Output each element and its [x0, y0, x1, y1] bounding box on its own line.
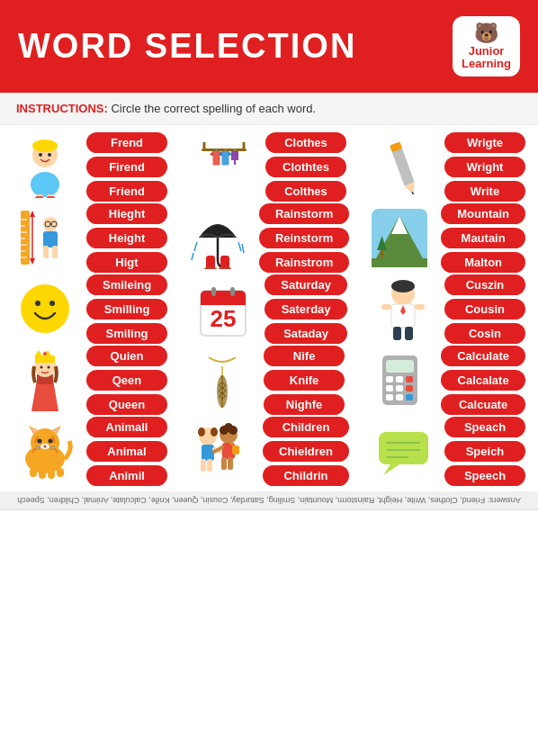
word-pill[interactable]: Firend: [86, 157, 167, 177]
word-pill[interactable]: Calcalate: [441, 370, 525, 391]
word-pill[interactable]: Clothes: [265, 132, 346, 153]
word-pill[interactable]: Saterday: [265, 299, 347, 320]
word-pill[interactable]: Mautain: [441, 228, 525, 248]
svg-rect-123: [232, 446, 239, 454]
word-pill[interactable]: Write: [444, 181, 525, 202]
svg-point-91: [31, 428, 59, 457]
smiley-svg: [19, 283, 71, 335]
svg-point-50: [35, 301, 40, 306]
group-calculate: Calculate Calcalate Calcuate: [363, 346, 529, 415]
queen-icon: [9, 348, 81, 411]
word-pill[interactable]: Malton: [441, 252, 525, 273]
necklace-icon: [186, 348, 258, 411]
word-pill[interactable]: Reinstorm: [259, 228, 349, 248]
word-pill[interactable]: Frend: [86, 132, 167, 153]
clothes-svg: [197, 138, 251, 196]
svg-rect-81: [386, 376, 393, 382]
word-pill[interactable]: Childrin: [263, 465, 349, 486]
instructions-text: Circle the correct spelling of each word…: [111, 102, 316, 115]
word-pill[interactable]: Rainstorm: [259, 203, 349, 224]
person-svg: [377, 277, 429, 340]
word-pill[interactable]: Quien: [86, 346, 167, 366]
word-pill[interactable]: Chieldren: [263, 441, 349, 462]
word-group-cousin: Cuszin Cousin Cosin: [444, 274, 525, 344]
word-pill[interactable]: Smileing: [86, 274, 167, 295]
word-pill[interactable]: Smilling: [86, 299, 167, 320]
word-pill[interactable]: Calcuate: [441, 394, 525, 415]
svg-rect-27: [52, 246, 58, 258]
word-pill[interactable]: Clothtes: [265, 157, 346, 177]
word-row-5: Animall Animal Animil: [9, 417, 529, 486]
word-pill[interactable]: Cousin: [444, 299, 525, 320]
svg-rect-107: [57, 468, 64, 477]
word-pill[interactable]: Height: [86, 228, 167, 248]
svg-point-75: [48, 366, 50, 369]
word-pill[interactable]: Rainstrom: [259, 252, 349, 273]
pencil-icon: [367, 135, 439, 198]
svg-rect-85: [396, 385, 403, 392]
word-pill[interactable]: Friend: [86, 181, 167, 202]
word-pill[interactable]: Knife: [264, 370, 345, 391]
word-pill[interactable]: Nighfe: [264, 394, 345, 415]
svg-point-99: [44, 446, 47, 448]
word-pill[interactable]: Cosin: [444, 323, 525, 344]
svg-point-51: [49, 301, 55, 306]
svg-point-4: [48, 153, 51, 157]
group-animal: Animall Animal Animil: [9, 417, 171, 486]
word-pill[interactable]: Calculate: [441, 346, 525, 366]
word-group-friend: Frend Firend Friend: [86, 132, 167, 202]
word-group-animal: Animall Animal Animil: [86, 417, 167, 486]
svg-rect-86: [406, 385, 413, 392]
svg-rect-82: [396, 376, 403, 382]
word-pill[interactable]: Wrigte: [444, 132, 525, 153]
svg-rect-110: [201, 459, 206, 472]
word-pill[interactable]: Animal: [86, 441, 167, 462]
page-title: WORD SELECTION: [18, 27, 356, 66]
word-pill[interactable]: Sataday: [265, 323, 347, 344]
word-pill[interactable]: Speech: [444, 465, 525, 486]
svg-rect-106: [48, 470, 55, 479]
word-pill[interactable]: Higt: [86, 252, 167, 273]
svg-point-119: [211, 428, 218, 436]
mountain-svg: [372, 209, 427, 267]
word-pill[interactable]: Nife: [264, 346, 345, 366]
svg-point-118: [198, 428, 205, 436]
girl-icon: [9, 135, 81, 198]
word-pill[interactable]: Mountain: [441, 203, 525, 224]
svg-rect-105: [39, 470, 46, 479]
pencil-svg: [385, 135, 421, 198]
calculator-svg: [375, 351, 425, 410]
word-pill[interactable]: Animil: [86, 465, 167, 486]
word-pill[interactable]: Queen: [86, 394, 167, 415]
word-pill[interactable]: Children: [263, 417, 349, 437]
word-group-mountain: Mountain Mautain Malton: [441, 203, 525, 273]
word-pill[interactable]: Wright: [444, 157, 525, 177]
word-pill[interactable]: Cuszin: [444, 274, 525, 295]
svg-rect-63: [415, 304, 425, 310]
word-group-speech: Speach Speich Speech: [444, 417, 525, 486]
word-group-knife: Nife Knife Nighfe: [264, 346, 345, 415]
svg-text:25: 25: [211, 305, 237, 332]
svg-rect-84: [386, 385, 393, 392]
word-pill[interactable]: Speich: [444, 441, 525, 462]
tiger-icon: [9, 423, 81, 479]
word-pill[interactable]: Animall: [86, 417, 167, 437]
word-pill[interactable]: Saturday: [265, 274, 347, 295]
word-pill[interactable]: Qeen: [86, 370, 167, 391]
page-header: WORD SELECTION 🐻 Junior Learning: [0, 0, 538, 93]
svg-rect-55: [211, 287, 216, 296]
word-pill[interactable]: Colthes: [265, 181, 346, 202]
svg-marker-70: [35, 350, 42, 356]
group-friend: Frend Firend Friend: [9, 132, 171, 202]
group-clothes: Clothes Clothtes Colthes: [188, 132, 350, 202]
group-children: Children Chieldren Childrin: [185, 417, 353, 486]
svg-point-2: [32, 140, 58, 152]
svg-rect-56: [230, 287, 235, 296]
word-pill[interactable]: Speach: [444, 417, 525, 437]
person-icon: [367, 277, 439, 340]
word-pill[interactable]: Hieght: [86, 203, 167, 224]
umbrella-icon: [182, 206, 254, 269]
calculator-icon: [363, 351, 435, 410]
word-pill[interactable]: Smiling: [86, 323, 167, 344]
svg-rect-8: [47, 196, 55, 198]
